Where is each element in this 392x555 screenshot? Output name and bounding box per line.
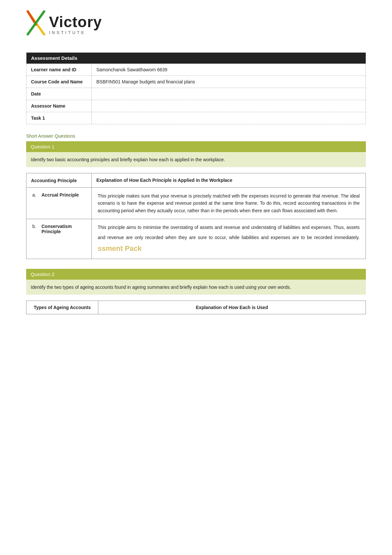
table-row: a. Accrual Principle This principle make… [26, 187, 366, 219]
course-row: Course Code and Name BSBFIN501 Manage bu… [26, 76, 366, 88]
course-label: Course Code and Name [26, 76, 92, 88]
ageing-table: Types of Ageing Accounts Explanation of … [26, 301, 366, 340]
date-label: Date [26, 88, 92, 100]
question2-box: Question 2 [26, 269, 366, 280]
assessor-value [92, 100, 366, 112]
assessment-header-row: Assessment Details [26, 53, 366, 64]
logo-text-group: Victory INSTITUTE [49, 14, 102, 35]
date-value [92, 88, 366, 100]
accrual-name: Accrual Principle [41, 192, 79, 198]
learner-label: Learner name and ID [26, 64, 92, 76]
question2-section: Question 2 Identify the two types of age… [26, 269, 366, 340]
ageing-explanation-1 [98, 314, 366, 340]
assessor-label: Assessor Name [26, 100, 92, 112]
svg-line-1 [28, 11, 36, 25]
task-value [92, 112, 366, 124]
table-row: b. Conservatism Principle This principle… [26, 219, 366, 259]
logo-area: Victory INSTITUTE [26, 10, 366, 39]
principle-table: Accounting Principle Explanation of How … [26, 173, 366, 259]
ageing-col1-header: Types of Ageing Accounts [26, 301, 98, 314]
ageing-col2-header: Explanation of How Each is Used [98, 301, 366, 314]
row-letter-b: b. [32, 224, 39, 229]
task-label: Task 1 [26, 112, 92, 124]
explanation-col-header: Explanation of How Each Principle is App… [92, 173, 366, 187]
assessment-details-table: Assessment Details Learner name and ID S… [26, 52, 366, 124]
ageing-header-row: Types of Ageing Accounts Explanation of … [26, 301, 366, 314]
learner-value: Samonchanok Sawatthaworn 6639 [92, 64, 366, 76]
assessor-row: Assessor Name [26, 100, 366, 112]
watermark-text: ssment Pack [98, 244, 142, 252]
question1-text: Identify two basic accounting principles… [26, 152, 366, 167]
question1-box: Question 1 [26, 141, 366, 152]
accrual-explanation: This principle makes sure that your reve… [92, 187, 366, 219]
logo-icon [26, 10, 46, 39]
logo-victory-text: Victory [49, 14, 102, 29]
section-label: Short Answer Questions [26, 133, 366, 139]
learner-row: Learner name and ID Samonchanok Sawattha… [26, 64, 366, 76]
accrual-principle-cell: a. Accrual Principle [26, 187, 92, 219]
question2-text: Identify the two types of ageing account… [26, 280, 366, 295]
task-row: Task 1 [26, 112, 366, 124]
course-value: BSBFIN501 Manage budgets and financial p… [92, 76, 366, 88]
conservatism-explanation: This principle aims to minimise the over… [92, 219, 366, 259]
logo-institute-text: INSTITUTE [49, 30, 102, 35]
row-letter-a: a. [32, 192, 39, 198]
principle-col-header: Accounting Principle [26, 173, 92, 187]
assessment-header-cell: Assessment Details [26, 53, 366, 64]
ageing-type-1 [26, 314, 98, 340]
date-row: Date [26, 88, 366, 100]
conservatism-name: Conservatism Principle [41, 224, 86, 234]
ageing-row-1 [26, 314, 366, 340]
conservatism-principle-cell: b. Conservatism Principle [26, 219, 92, 259]
principle-header-row: Accounting Principle Explanation of How … [26, 173, 366, 187]
